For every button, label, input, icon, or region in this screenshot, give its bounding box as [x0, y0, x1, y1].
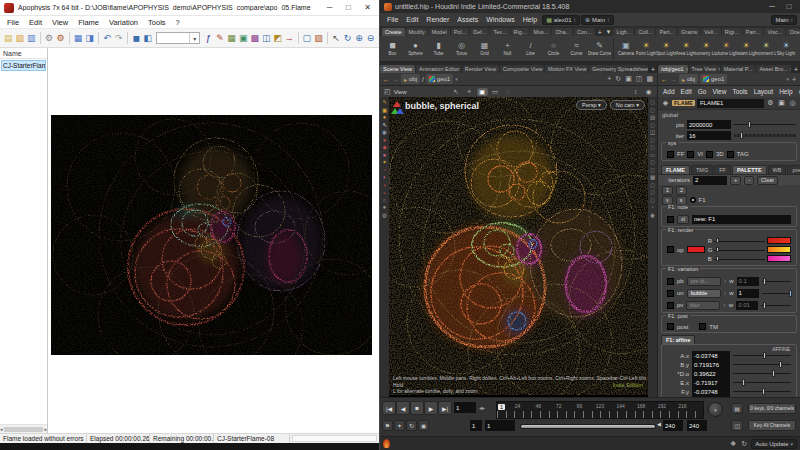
affine-value-field[interactable]: -0.03748 [692, 351, 730, 360]
add-pane-tab-icon[interactable]: + [792, 66, 800, 73]
flame-tab[interactable]: PALETTE [732, 165, 767, 174]
op-checkbox[interactable] [667, 246, 674, 253]
pane-corner-icon[interactable]: ◰ [383, 88, 392, 96]
shelf-tab[interactable]: Model [429, 28, 450, 36]
display-toggle-icon[interactable]: ▫ [652, 204, 654, 211]
minimize-button[interactable]: ─ [322, 1, 337, 15]
viewport-tool-icon[interactable]: ● [383, 204, 386, 211]
apophysis-menu-item[interactable]: Flame [73, 18, 104, 27]
display-toggle-icon[interactable]: ◉ [650, 212, 655, 219]
cursor-icon[interactable]: ↖ [331, 32, 342, 45]
variation-dropdown[interactable]: blur [686, 301, 720, 310]
affine-value-field[interactable]: -0.71917 [692, 378, 730, 387]
axis-gizmo[interactable] [392, 101, 402, 115]
pane-tab[interactable]: Geometry Spreadsheet× [589, 65, 648, 73]
pane-tab[interactable]: Material P...× [721, 65, 756, 73]
keys-status-button[interactable]: 0 keys, 0/0 channels [748, 403, 796, 414]
shelf-tool[interactable]: ≈Curve [565, 41, 588, 56]
affine-value-field[interactable]: 0.719176 [692, 360, 730, 369]
houdini-menu-item[interactable]: Assets [453, 16, 482, 23]
affine-value-field[interactable]: 0.39622 [692, 369, 730, 378]
pin-icon[interactable]: ⊙ [796, 88, 800, 96]
viewport-tool-icon[interactable]: ○ [383, 197, 386, 204]
parameter-menu-item[interactable]: Help [776, 88, 795, 95]
back-icon[interactable]: ← [383, 76, 390, 83]
variation-spinner-icon[interactable]: ↕ [724, 290, 727, 296]
close-tab-icon[interactable]: × [498, 66, 499, 72]
scroll-right-icon[interactable]: ▸ [44, 426, 47, 432]
viewport-tool-icon[interactable]: ✦ [382, 159, 387, 166]
key-all-channels-button[interactable]: Key All Channels [748, 420, 796, 431]
loop-mode-icon[interactable]: ↻ [406, 420, 417, 431]
mutation-icon[interactable]: ✎ [215, 32, 226, 45]
flame-list-item-selected[interactable]: CJ-StarterFlame-08 [1, 60, 46, 71]
shelf-tool[interactable]: ☀Spot Light [656, 41, 676, 56]
display-toggle-icon[interactable]: ◻ [650, 137, 655, 144]
timeline-zoom-knob[interactable]: ▾ [708, 402, 723, 417]
display-toggle-icon[interactable]: ◻ [650, 189, 655, 196]
houdini-titlebar[interactable]: untitled.hip - Houdini Indie Limited-Com… [380, 0, 800, 13]
forward-icon[interactable]: → [670, 76, 677, 83]
pane-tab[interactable]: Motion FX View× [545, 65, 588, 73]
shelf-tool[interactable]: ▦Grid [473, 41, 496, 56]
close-tab-icon[interactable]: × [790, 66, 791, 72]
right-main-selector[interactable]: Main ↕ [771, 15, 797, 25]
palette-icon[interactable]: ▩ [249, 32, 260, 45]
apophysis-menu-item[interactable]: Variation [104, 18, 143, 27]
shelf-menu-icon[interactable]: ▾ [605, 28, 613, 36]
current-frame-field[interactable]: 1 [454, 402, 476, 413]
display-toggle-icon[interactable]: ◻ [650, 107, 655, 114]
flame-tab[interactable]: FF [714, 165, 731, 174]
shelf-tab[interactable]: Ligh... [613, 28, 634, 36]
pts-slider[interactable] [734, 120, 796, 129]
playback-flag-icon[interactable]: ⚑ [382, 420, 393, 431]
snapshot-icon[interactable]: ▣ [624, 75, 633, 83]
tm-checkbox[interactable] [699, 323, 706, 330]
path-node-chip[interactable]: geo1 [700, 74, 727, 84]
horizontal-scrollbar[interactable]: ◂ ▸ [0, 424, 47, 433]
options-icon[interactable]: ⚙ [44, 32, 55, 45]
close-tab-icon[interactable]: × [414, 66, 415, 72]
lasso-select-icon[interactable]: ▭ [490, 88, 501, 96]
parameter-menu-item[interactable]: Go [695, 88, 710, 95]
apophysis-menu-item[interactable]: ? [171, 18, 185, 27]
shelf-tab[interactable]: Rig... [511, 28, 530, 36]
shelf-tab[interactable]: Modify [406, 28, 428, 36]
image-size-icon[interactable]: ▣ [238, 32, 249, 45]
houdini-menu-item[interactable]: File [383, 16, 402, 23]
display-toggle-icon[interactable]: ◻ [650, 167, 655, 174]
add-pane-tab-icon[interactable]: + [649, 66, 657, 73]
cook-paw-icon[interactable]: ❖ [729, 440, 737, 448]
viewport-tool-icon[interactable]: ◆ [382, 144, 386, 151]
path-root-chip[interactable]: ▸obj [679, 74, 698, 84]
zoom-out-icon[interactable]: ⊖ [365, 32, 376, 45]
shelf-tab[interactable]: Cha... [552, 28, 573, 36]
shelf-tool[interactable]: ▮Tube [427, 41, 450, 56]
shelf-tool[interactable]: ☀Sky Light [776, 41, 796, 56]
add-shelf-icon[interactable]: + [596, 29, 604, 36]
shelf-tab[interactable]: Coll... [635, 28, 655, 36]
maximize-button[interactable]: □ [782, 2, 796, 11]
shelf-tool[interactable]: ◎Torus [450, 41, 473, 56]
variation-checkbox-pb[interactable] [667, 278, 674, 285]
parameter-menu-item[interactable]: View [709, 88, 729, 95]
color-swatch[interactable] [687, 246, 705, 253]
messages-icon[interactable]: ◫ [261, 32, 272, 45]
viewport-canvas[interactable]: bubble, spherical Persp ▾ No cam ▾ Left … [389, 97, 648, 397]
back-icon[interactable]: ← [661, 76, 668, 83]
viewport-help-icon[interactable]: ◉ [643, 88, 654, 96]
shelf-tool[interactable]: +Null [496, 41, 519, 56]
combobox-arrow-icon[interactable]: ▾ [189, 33, 199, 43]
flame-preview-canvas[interactable] [48, 48, 379, 433]
auto-update-dropdown[interactable]: Auto Update ▾ [751, 439, 797, 449]
houdini-menu-item[interactable]: Windows [482, 16, 518, 23]
pane-tab[interactable]: /obj/geo1× [658, 65, 688, 73]
iterator-remove-button[interactable]: - [744, 176, 754, 185]
shelf-tool[interactable]: ☀Area Light [676, 41, 696, 56]
export-icon[interactable]: → [284, 32, 295, 45]
affine-slider[interactable] [733, 360, 791, 369]
variation-checkbox-un[interactable] [667, 290, 674, 297]
adjustment-panel-icon[interactable]: ◨ [84, 32, 95, 45]
parameter-menu-item[interactable]: Edit [678, 88, 695, 95]
variation-dropdown[interactable]: bubble [687, 289, 721, 298]
